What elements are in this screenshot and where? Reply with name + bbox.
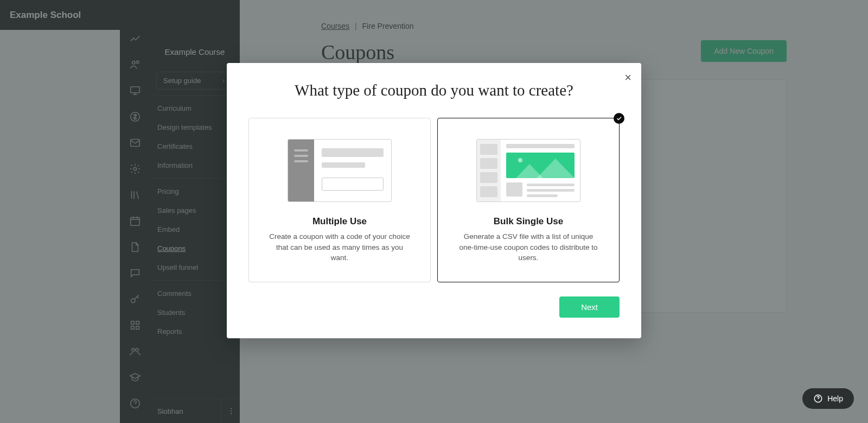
option-desc: Generate a CSV file with a list of uniqu… xyxy=(458,231,599,263)
check-icon xyxy=(614,113,624,124)
option-title: Multiple Use xyxy=(264,216,415,227)
modal-title: What type of coupon do you want to creat… xyxy=(248,81,620,99)
close-button[interactable]: × xyxy=(624,72,631,84)
option-title: Bulk Single Use xyxy=(453,216,604,227)
option-bulk-single-use[interactable]: Bulk Single Use Generate a CSV file with… xyxy=(437,118,620,282)
coupon-type-modal: × What type of coupon do you want to cre… xyxy=(227,63,641,338)
illustration-multiple xyxy=(288,139,392,202)
close-icon: × xyxy=(624,71,631,84)
option-desc: Create a coupon with a code of your choi… xyxy=(269,231,410,263)
option-multiple-use[interactable]: Multiple Use Create a coupon with a code… xyxy=(248,118,431,282)
illustration-bulk xyxy=(476,139,580,202)
next-button[interactable]: Next xyxy=(559,296,620,318)
help-icon xyxy=(813,394,823,403)
help-label: Help xyxy=(827,394,843,403)
help-widget[interactable]: Help xyxy=(802,388,854,409)
